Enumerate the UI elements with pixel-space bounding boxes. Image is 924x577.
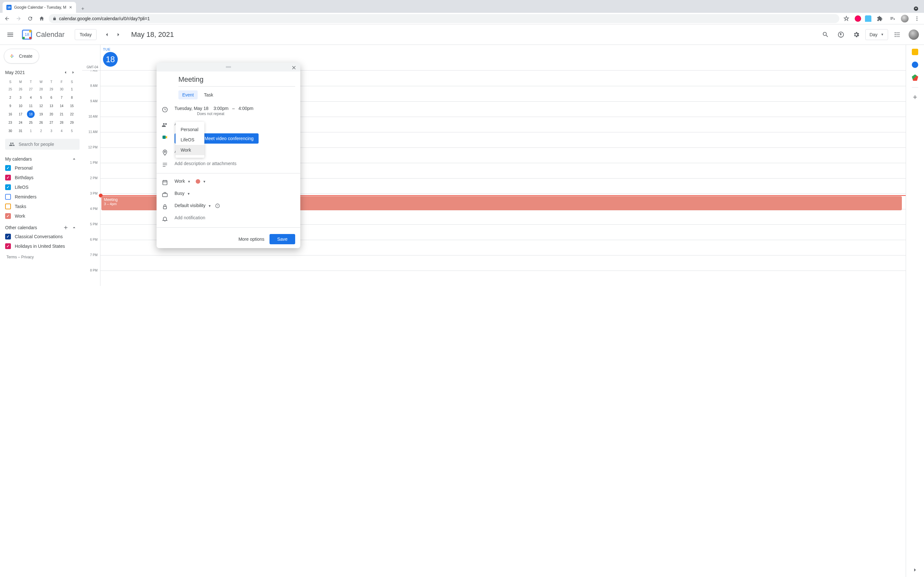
more-options-button[interactable]: More options <box>238 237 264 242</box>
calendar-checkbox[interactable] <box>5 234 11 239</box>
mini-cal-day[interactable]: 27 <box>47 119 55 126</box>
extension-icon-1[interactable] <box>855 15 861 22</box>
mini-cal-day[interactable]: 25 <box>27 119 35 126</box>
mini-cal-day[interactable]: 22 <box>68 110 76 118</box>
mini-cal-day[interactable]: 6 <box>47 93 55 101</box>
maps-app-icon[interactable] <box>912 74 918 81</box>
mini-cal-day[interactable]: 4 <box>27 93 35 101</box>
mini-cal-day[interactable]: 5 <box>37 93 45 101</box>
mini-cal-day[interactable]: 16 <box>6 110 14 118</box>
mini-cal-day[interactable]: 15 <box>68 102 76 110</box>
help-button[interactable] <box>835 28 847 41</box>
today-button[interactable]: Today <box>75 29 96 40</box>
browser-profile-avatar[interactable] <box>901 15 909 23</box>
browser-tab[interactable]: 18 Google Calendar - Tuesday, M ✕ <box>3 2 76 13</box>
calendar-checkbox[interactable] <box>5 203 11 210</box>
mini-cal-day[interactable]: 30 <box>58 85 65 93</box>
calendar-checkbox[interactable] <box>5 243 11 249</box>
account-avatar[interactable] <box>909 29 919 40</box>
chrome-account-icon[interactable] <box>912 5 920 13</box>
view-selector[interactable]: Day ▼ <box>865 29 888 40</box>
calendar-list-item[interactable]: Holidays in United States <box>5 242 79 251</box>
mini-cal-day[interactable]: 14 <box>58 102 65 110</box>
mini-cal-day[interactable]: 18 <box>27 110 35 118</box>
calendar-dropdown-item[interactable]: Work <box>176 145 204 155</box>
terms-link[interactable]: Terms <box>6 255 17 259</box>
mini-cal-day[interactable]: 2 <box>37 127 45 135</box>
mini-cal-day[interactable]: 3 <box>47 127 55 135</box>
event-date[interactable]: Tuesday, May 18 <box>174 106 208 111</box>
mini-cal-prev[interactable] <box>61 69 69 76</box>
browser-forward-button[interactable] <box>14 14 23 23</box>
extensions-puzzle-icon[interactable] <box>875 14 884 23</box>
mini-cal-day[interactable]: 11 <box>27 102 35 110</box>
calendar-dropdown-item[interactable]: LifeOS <box>176 135 204 145</box>
side-expand-button[interactable] <box>912 567 918 573</box>
mini-cal-day[interactable]: 28 <box>58 119 65 126</box>
search-button[interactable] <box>819 28 832 41</box>
browser-url-input[interactable]: calendar.google.com/calendar/u/0/r/day?p… <box>49 14 839 23</box>
mini-cal-next[interactable] <box>69 69 77 76</box>
create-button[interactable]: Create <box>4 49 39 63</box>
mini-cal-day[interactable]: 24 <box>17 119 24 126</box>
day-number[interactable]: 18 <box>103 52 118 67</box>
calendar-list-item[interactable]: Work <box>5 211 79 221</box>
mini-cal-day[interactable]: 28 <box>37 85 45 93</box>
mini-cal-day[interactable]: 30 <box>6 127 14 135</box>
visibility-row[interactable]: Default visibility ▼ ? <box>157 200 300 213</box>
popup-close-button[interactable] <box>290 64 298 71</box>
mini-cal-day[interactable]: 5 <box>68 127 76 135</box>
mini-cal-day[interactable]: 29 <box>68 119 76 126</box>
add-calendar-icon[interactable] <box>63 225 69 230</box>
calendar-checkbox[interactable] <box>5 165 11 171</box>
calendar-dropdown-item[interactable]: Personal <box>176 124 204 135</box>
popup-drag-handle[interactable] <box>157 63 300 71</box>
mini-cal-day[interactable]: 29 <box>47 85 55 93</box>
google-apps-button[interactable] <box>891 28 903 41</box>
mini-cal-day[interactable]: 8 <box>68 93 76 101</box>
browser-back-button[interactable] <box>3 14 11 23</box>
calendar-list-item[interactable]: Classical Conversations <box>5 232 79 242</box>
mini-cal-day[interactable]: 19 <box>37 110 45 118</box>
calendar-list-item[interactable]: Reminders <box>5 192 79 201</box>
mini-cal-day[interactable]: 4 <box>58 127 65 135</box>
busy-row[interactable]: Busy ▼ <box>157 188 300 200</box>
other-calendars-toggle[interactable]: Other calendars <box>5 223 79 232</box>
help-icon[interactable]: ? <box>215 203 220 208</box>
hour-row[interactable]: 8 PM <box>82 271 906 286</box>
mini-cal-day[interactable]: 27 <box>27 85 35 93</box>
mini-cal-day[interactable]: 2 <box>6 93 14 101</box>
calendar-checkbox[interactable] <box>5 213 11 219</box>
repeat-label[interactable]: Does not repeat <box>197 111 295 116</box>
calendar-list-item[interactable]: LifeOS <box>5 182 79 192</box>
main-menu-button[interactable] <box>3 27 18 42</box>
calendar-list-item[interactable]: Tasks <box>5 201 79 211</box>
calendar-checkbox[interactable] <box>5 175 11 181</box>
notification-row[interactable]: Add notification <box>157 213 300 225</box>
settings-button[interactable] <box>850 28 863 41</box>
hour-cell[interactable] <box>100 255 906 271</box>
calendar-select-row[interactable]: Work ▼ ▼ <box>157 176 300 188</box>
media-control-icon[interactable] <box>888 14 897 23</box>
mini-cal-day[interactable]: 23 <box>6 119 14 126</box>
my-calendars-toggle[interactable]: My calendars <box>5 155 79 163</box>
task-tab[interactable]: Task <box>200 90 217 99</box>
mini-cal-day[interactable]: 7 <box>58 93 65 101</box>
calendar-list-item[interactable]: Birthdays <box>5 173 79 182</box>
mini-cal-day[interactable]: 26 <box>17 85 24 93</box>
event-end-time[interactable]: 4:00pm <box>238 106 254 111</box>
close-tab-icon[interactable]: ✕ <box>69 5 72 10</box>
extension-icon-2[interactable] <box>865 15 871 22</box>
mini-cal-day[interactable]: 13 <box>47 102 55 110</box>
next-day-button[interactable] <box>113 29 124 40</box>
save-button[interactable]: Save <box>270 234 295 244</box>
new-tab-button[interactable] <box>79 5 87 13</box>
event-tab[interactable]: Event <box>178 90 198 99</box>
calendar-color-dot[interactable] <box>196 179 200 184</box>
event-start-time[interactable]: 3:00pm <box>213 106 228 111</box>
mini-cal-day[interactable]: 10 <box>17 102 24 110</box>
bookmark-star-icon[interactable] <box>842 14 851 23</box>
hour-row[interactable]: 7 PM <box>82 255 906 271</box>
side-add-button[interactable] <box>912 94 918 100</box>
mini-cal-day[interactable]: 12 <box>37 102 45 110</box>
